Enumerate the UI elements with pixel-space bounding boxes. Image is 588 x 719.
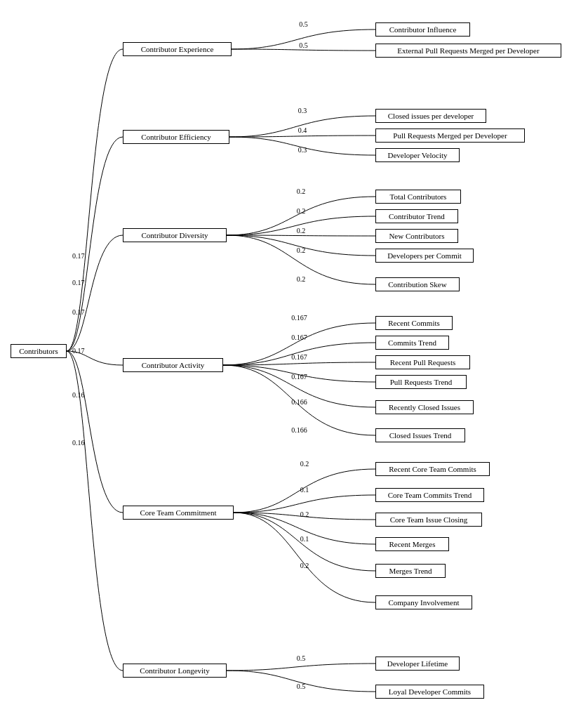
svg-text:0.166: 0.166	[291, 398, 307, 406]
node-box-dv: Developer Velocity	[375, 148, 460, 162]
node-box-eprmpdce: External Pull Requests Merged per Develo…	[375, 44, 561, 58]
node-box-cl: Contributor Longevity	[123, 664, 227, 678]
node-box-ctctrend: Core Team Commits Trend	[375, 488, 484, 502]
node-box-nc: New Contributors	[375, 229, 458, 243]
svg-text:0.3: 0.3	[298, 107, 307, 114]
node-box-ci: Contributor Influence	[375, 22, 470, 37]
svg-text:0.2: 0.2	[300, 510, 309, 518]
node-box-cef: Contributor Efficiency	[123, 130, 229, 144]
svg-text:0.2: 0.2	[297, 187, 306, 195]
node-box-rci: Recently Closed Issues	[375, 400, 474, 414]
node-box-prt: Pull Requests Trend	[375, 375, 467, 389]
svg-text:0.167: 0.167	[291, 314, 307, 322]
node-box-rctc: Recent Core Team Commits	[375, 462, 490, 476]
tree-svg: 0.170.170.170.170.160.160.50.50.30.40.30…	[0, 0, 588, 719]
tree-container: 0.170.170.170.170.160.160.50.50.30.40.30…	[0, 0, 588, 719]
node-box-cs: Contribution Skew	[375, 277, 460, 291]
svg-text:0.166: 0.166	[291, 426, 307, 434]
svg-text:0.1: 0.1	[300, 535, 309, 543]
svg-text:0.17: 0.17	[72, 279, 85, 286]
svg-text:0.167: 0.167	[291, 373, 307, 381]
svg-text:0.16: 0.16	[72, 439, 85, 447]
svg-text:0.3: 0.3	[298, 146, 307, 154]
node-box-rm: Recent Merges	[375, 537, 449, 551]
svg-text:0.17: 0.17	[72, 252, 85, 260]
node-box-ca: Contributor Activity	[123, 358, 223, 372]
node-box-ldc: Loyal Developer Commits	[375, 685, 484, 699]
svg-text:0.5: 0.5	[299, 41, 308, 49]
svg-text:0.5: 0.5	[297, 682, 306, 690]
svg-text:0.4: 0.4	[298, 126, 307, 134]
svg-text:0.2: 0.2	[297, 227, 306, 235]
node-box-ctc: Core Team Commitment	[123, 506, 234, 520]
svg-text:0.17: 0.17	[72, 347, 85, 355]
svg-text:0.2: 0.2	[297, 275, 306, 283]
node-box-cit: Closed Issues Trend	[375, 428, 465, 442]
node-box-mt: Merges Trend	[375, 564, 446, 578]
svg-text:0.17: 0.17	[72, 308, 85, 316]
node-box-prmpd: Pull Requests Merged per Developer	[375, 128, 525, 143]
node-box-ctic: Core Team Issue Closing	[375, 513, 482, 527]
node-box-dl: Developer Lifetime	[375, 657, 460, 671]
svg-text:0.5: 0.5	[299, 20, 308, 28]
node-box-coinv: Company Involvement	[375, 595, 472, 609]
node-box-cipd: Closed issues per developer	[375, 109, 486, 123]
svg-text:0.167: 0.167	[291, 334, 307, 341]
node-box-dpc: Developers per Commit	[375, 249, 474, 263]
node-box-cd: Contributor Diversity	[123, 228, 227, 242]
node-box-root: Contributors	[11, 344, 67, 358]
node-box-ctrend: Contributor Trend	[375, 209, 458, 223]
svg-text:0.2: 0.2	[297, 207, 306, 215]
node-box-rpr: Recent Pull Requests	[375, 355, 470, 369]
node-box-ce: Contributor Experience	[123, 42, 232, 56]
node-box-rc: Recent Commits	[375, 316, 453, 330]
node-box-ctrendca: Commits Trend	[375, 336, 449, 350]
svg-text:0.167: 0.167	[291, 353, 307, 361]
node-box-tc: Total Contributors	[375, 190, 461, 204]
svg-text:0.16: 0.16	[72, 391, 85, 399]
svg-text:0.5: 0.5	[297, 654, 306, 662]
svg-text:0.2: 0.2	[297, 246, 306, 254]
svg-text:0.2: 0.2	[300, 460, 309, 468]
svg-text:0.1: 0.1	[300, 486, 309, 494]
